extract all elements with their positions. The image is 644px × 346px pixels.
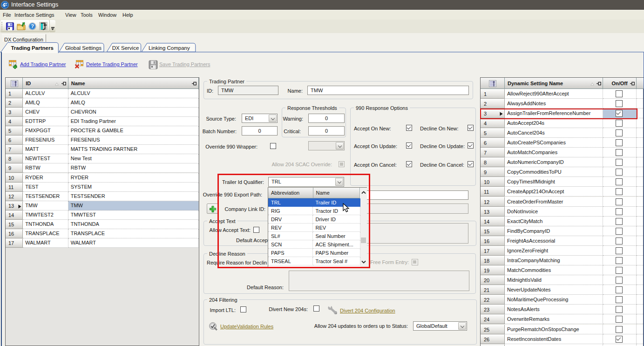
svg-text:DX Service: DX Service [112,45,139,51]
svg-text:?: ? [31,23,34,29]
svg-text:Trading Partners: Trading Partners [11,45,53,51]
svg-text:Global Settings: Global Settings [65,45,102,51]
svg-text:Linking Company: Linking Company [149,45,190,51]
